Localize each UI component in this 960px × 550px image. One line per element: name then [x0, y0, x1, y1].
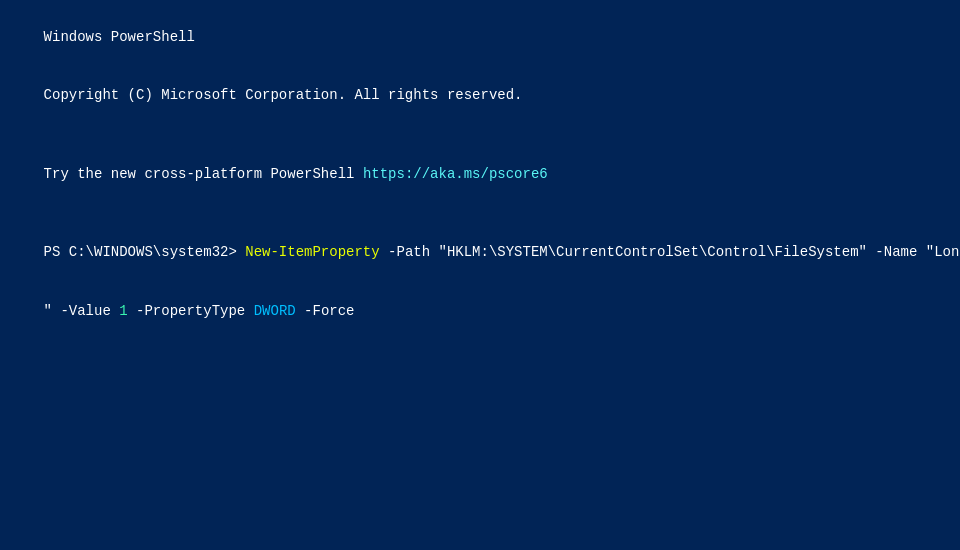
param-name-value: "LongPathsEnabled" [926, 244, 960, 260]
title-text: Windows PowerShell [44, 29, 195, 45]
param-name-flag: -Name [867, 244, 926, 260]
copyright-text: Copyright (C) Microsoft Corporation. All… [44, 87, 523, 103]
param-path-value: "HKLM:\SYSTEM\CurrentControlSet\Control\… [438, 244, 866, 260]
param-force: -Force [296, 303, 355, 319]
try-line: Try the new cross-platform PowerShell ht… [10, 145, 950, 204]
prompt: PS C:\WINDOWS\system32> [44, 244, 246, 260]
param-proptype-value: DWORD [254, 303, 296, 319]
pscore-link: https://aka.ms/pscore6 [363, 166, 548, 182]
command-line: PS C:\WINDOWS\system32> New-ItemProperty… [10, 224, 950, 283]
param-proptype-flag: -PropertyType [128, 303, 254, 319]
param-path-flag: -Path [380, 244, 439, 260]
blank-line-1 [10, 126, 950, 146]
param-value-part: " -Value [44, 303, 120, 319]
cmdlet-name: New-ItemProperty [245, 244, 379, 260]
terminal-window: Windows PowerShell Copyright (C) Microso… [10, 8, 950, 341]
try-text: Try the new cross-platform PowerShell [44, 166, 363, 182]
blank-line-2 [10, 204, 950, 224]
title-line: Windows PowerShell [10, 8, 950, 67]
param-value-number: 1 [119, 303, 127, 319]
copyright-line: Copyright (C) Microsoft Corporation. All… [10, 67, 950, 126]
command-continuation-line: " -Value 1 -PropertyType DWORD -Force [10, 282, 950, 341]
